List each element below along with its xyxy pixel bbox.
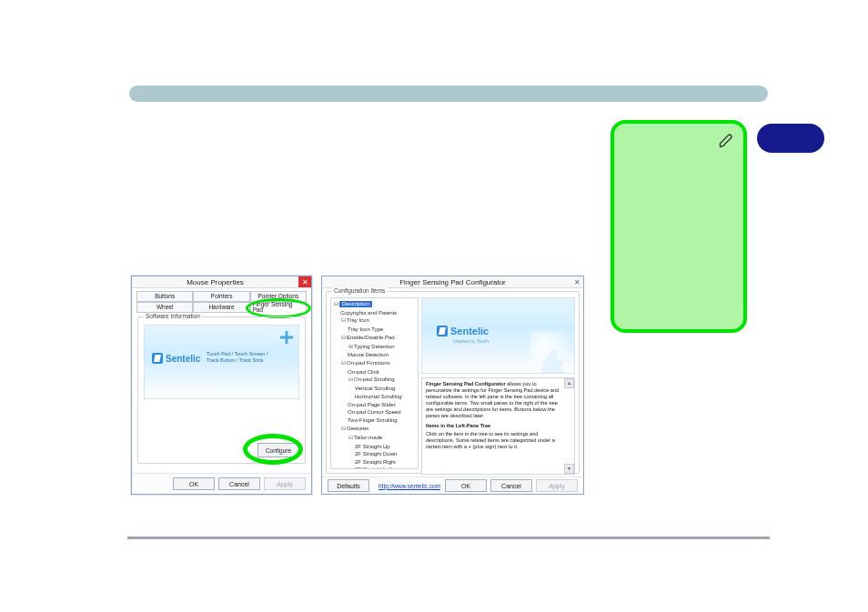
sentelic-logo: Sentelic [152,353,200,364]
tree-item[interactable]: ⊟Tailor-made 2F Straight Up 2F Straight … [348,434,418,469]
bottom-rule [127,537,770,539]
tree-item[interactable]: 2F Straight Up [355,443,418,451]
tree-root-description[interactable]: ⊟Description Copyrights and Patents ⊟Tra… [333,300,418,469]
banner-subtitles: Touch Pad / Touch Screen / Track Button … [207,351,267,364]
tree-item[interactable]: ⊟Gestures ⊟Tailor-made 2F Straight Up 2F… [340,425,418,469]
fsp-configurator-dialog: Finger Sensing Pad Configurator ✕ Config… [321,276,584,495]
tree-item[interactable]: ⊟Tray Icon Tray Icon Type [340,317,418,335]
ok-button[interactable]: OK [445,479,487,492]
cancel-button[interactable]: Cancel [218,477,260,490]
dialog-title: Mouse Properties [132,278,298,286]
note-box [611,120,747,333]
tree-item[interactable]: ⊞Typing Detection [348,344,418,352]
logo-mark-icon [152,353,163,364]
close-icon[interactable]: ✕ [570,276,583,287]
header-bar [129,85,768,102]
hand-icon [530,331,572,373]
logo-tagline: Inspired by Touch [453,338,489,344]
fsp-right-pane: Sentelic Inspired by Touch ▴ Finger Sens… [421,297,575,469]
tree-item[interactable]: On-pad Cursor Speed [348,409,418,417]
configuration-items-group: Configuration Items ⊟Description Copyrig… [326,291,580,474]
tree-item[interactable]: Mouse Detection [348,351,418,359]
tree-item[interactable]: Tray Icon Type [348,326,418,335]
scroll-down-icon[interactable]: ▾ [564,464,574,474]
sentelic-link[interactable]: http://www.sentelic.com [378,483,440,489]
tree-item[interactable]: Vertical Scrolling [355,386,418,394]
tab-hardware[interactable]: Hardware [193,302,249,313]
tree-item[interactable]: 2F Straight Right [355,458,418,467]
banner-subtitle-line-1: Touch Pad / Touch Screen / [207,351,267,357]
ok-button[interactable]: OK [173,477,215,490]
configure-button[interactable]: Configure [257,443,299,457]
tab-pointers[interactable]: Pointers [193,291,249,302]
logo-word: Sentelic [450,326,489,336]
brand-banner: Sentelic Touch Pad / Touch Screen / Trac… [144,325,299,399]
banner-subtitle-line-2: Track Button / Track Stick [207,357,267,364]
dialog-title: Finger Sensing Pad Configurator [399,278,506,286]
logo-mark-icon [437,326,448,336]
apply-button: Apply [536,479,578,492]
defaults-button[interactable]: Defaults [328,479,369,492]
tree-item[interactable]: ⊟On-pad Functions On-pad Click ⊟On-pad S… [340,359,418,425]
brand-banner: Sentelic Inspired by Touch [421,297,575,374]
scroll-up-icon[interactable]: ▴ [564,378,574,388]
pen-icon [718,131,736,149]
logo-word: Sentelic [166,354,200,364]
configuration-tree[interactable]: ⊟Description Copyrights and Patents ⊟Tra… [330,297,419,469]
tree-item[interactable]: 2F Straight Left [355,467,418,470]
desc-h2: Items in the Left-Pane Tree [426,423,490,428]
group-legend: Software Information [144,313,202,319]
tree-item[interactable]: Two-Finger Scrolling [348,416,418,425]
description-pane: ▴ Finger Sensing Pad Configurator allows… [421,377,575,475]
tree-item[interactable]: ⊟On-pad Scrolling Vertical Scrolling Hor… [348,376,418,402]
cancel-button[interactable]: Cancel [490,479,532,492]
page-number [757,124,824,153]
close-icon[interactable]: ✕ [298,276,311,287]
dialog-tabs: Buttons Pointers Pointer Options Wheel H… [136,291,307,313]
desc-title: Finger Sensing Pad Configurator [426,381,506,386]
tree-item[interactable]: 2F Straight Down [355,451,418,459]
tree-item[interactable]: Horizontal Scrolling [355,393,418,401]
group-legend: Configuration Items [332,287,387,294]
tab-buttons[interactable]: Buttons [136,291,193,302]
software-information-group: Software Information Sentelic Touch Pad … [137,316,306,464]
tree-item[interactable]: On-pad Click [348,368,418,376]
desc-p2: Click on the item in the tree to see its… [426,431,555,449]
tab-wheel[interactable]: Wheel [136,302,193,313]
plus-icon [280,331,293,344]
tree-item[interactable]: On-pad Page Slider [348,401,418,409]
dialog-footer: Defaults http://www.sentelic.com OK Canc… [322,477,583,494]
dialog-titlebar: Mouse Properties ✕ [132,276,311,288]
apply-button: Apply [264,477,306,490]
tab-finger-sensing-pad[interactable]: Finger Sensing Pad [250,302,307,313]
mouse-properties-dialog: Mouse Properties ✕ Buttons Pointers Poin… [131,276,312,495]
tree-item[interactable]: Copyrights and Patents [340,309,418,317]
sentelic-logo: Sentelic [437,326,489,336]
desc-p1: allows you to personalize the settings f… [426,381,559,418]
dialog-footer: OK Cancel Apply [132,473,311,494]
tree-item[interactable]: ⊟Enable/Disable Pad ⊞Typing Detection Mo… [340,335,418,360]
